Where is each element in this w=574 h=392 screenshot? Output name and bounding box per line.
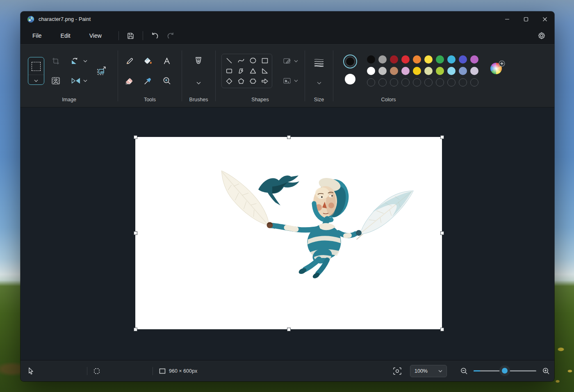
- drawing-canvas[interactable]: [135, 137, 442, 329]
- palette-color-swatch[interactable]: [367, 55, 375, 64]
- shape-arrow-right-icon[interactable]: [259, 76, 271, 87]
- close-button[interactable]: [535, 11, 554, 27]
- palette-color-swatch[interactable]: [459, 55, 467, 64]
- zoom-level-dropdown[interactable]: 100%: [410, 365, 447, 377]
- canvas-handle-top-right[interactable]: [440, 135, 444, 139]
- shape-outline-icon[interactable]: [280, 54, 294, 68]
- shape-outline-chevron[interactable]: [293, 54, 299, 68]
- color-picker-icon[interactable]: [141, 74, 155, 88]
- palette-color-swatch[interactable]: [424, 55, 433, 64]
- palette-empty-slot[interactable]: [401, 78, 410, 87]
- palette-empty-slot[interactable]: [436, 78, 444, 87]
- palette-color-swatch[interactable]: [470, 67, 478, 75]
- shape-right-triangle-icon[interactable]: [259, 66, 271, 76]
- undo-icon[interactable]: [147, 30, 163, 42]
- palette-color-swatch[interactable]: [367, 67, 375, 75]
- resize-image-icon[interactable]: [94, 64, 108, 78]
- zoom-in-button[interactable]: [542, 360, 550, 381]
- minimize-button[interactable]: [498, 11, 517, 27]
- menubar-divider: [143, 31, 143, 40]
- canvas-handle-bottom-middle[interactable]: [287, 328, 291, 331]
- menu-bar: File Edit View: [20, 27, 554, 44]
- palette-color-swatch[interactable]: [436, 67, 444, 75]
- palette-color-swatch[interactable]: [470, 55, 478, 64]
- palette-color-swatch[interactable]: [401, 55, 410, 64]
- shape-line-icon[interactable]: [223, 55, 235, 66]
- shape-rectangle-icon[interactable]: [259, 55, 271, 66]
- shape-diamond-icon[interactable]: [223, 76, 235, 87]
- palette-color-swatch[interactable]: [401, 67, 410, 75]
- shape-rounded-rectangle-icon[interactable]: [223, 66, 235, 76]
- palette-empty-slot[interactable]: [390, 78, 398, 87]
- shape-triangle-icon[interactable]: [247, 66, 259, 76]
- ribbon-group-brushes: Brushes: [182, 45, 215, 107]
- palette-empty-slot[interactable]: [470, 78, 478, 87]
- text-tool-icon[interactable]: [160, 54, 174, 68]
- fit-to-screen-button[interactable]: [393, 360, 402, 381]
- canvas-handle-middle-right[interactable]: [440, 231, 444, 235]
- canvas-handle-bottom-right[interactable]: [440, 328, 444, 331]
- remove-background-icon[interactable]: [49, 74, 63, 88]
- palette-empty-slot[interactable]: [424, 78, 433, 87]
- shape-curve-icon[interactable]: [235, 55, 247, 66]
- palette-color-swatch[interactable]: [447, 55, 456, 64]
- menu-edit[interactable]: Edit: [55, 30, 77, 41]
- shape-oval-icon[interactable]: [247, 55, 259, 66]
- flip-dropdown-chevron[interactable]: [82, 74, 89, 88]
- save-icon[interactable]: [123, 30, 139, 42]
- shape-polygon-icon[interactable]: [235, 66, 247, 76]
- rotate-dropdown-chevron[interactable]: [82, 54, 89, 68]
- ribbon-group-colors: Colors: [333, 45, 554, 107]
- palette-color-swatch[interactable]: [378, 55, 387, 64]
- palette-empty-slot[interactable]: [447, 78, 456, 87]
- color2-swatch[interactable]: [345, 74, 355, 84]
- maximize-button[interactable]: [517, 11, 535, 27]
- palette-color-swatch[interactable]: [413, 67, 421, 75]
- canvas-handle-top-middle[interactable]: [287, 135, 291, 139]
- canvas-handle-middle-left[interactable]: [134, 231, 137, 235]
- shape-pentagon-icon[interactable]: [235, 76, 247, 87]
- palette-color-swatch[interactable]: [424, 67, 433, 75]
- palette-color-swatch[interactable]: [459, 67, 467, 75]
- crop-icon[interactable]: [49, 54, 63, 68]
- fill-bucket-icon[interactable]: [141, 54, 155, 68]
- size-dropdown-chevron[interactable]: [316, 76, 322, 90]
- zoom-slider-thumb[interactable]: [499, 365, 510, 376]
- shape-fill-icon[interactable]: [280, 74, 294, 88]
- group-label-size: Size: [305, 97, 333, 103]
- brush-icon[interactable]: [191, 55, 205, 69]
- shape-hexagon-icon[interactable]: [247, 76, 259, 87]
- menu-file[interactable]: File: [26, 30, 48, 41]
- palette-color-swatch[interactable]: [390, 67, 398, 75]
- line-size-icon[interactable]: [312, 55, 326, 69]
- palette-row-2: [367, 67, 478, 75]
- rotate-icon[interactable]: [68, 54, 82, 68]
- selection-dropdown[interactable]: [28, 75, 44, 84]
- canvas-handle-top-left[interactable]: [134, 135, 137, 139]
- canvas-handle-bottom-left[interactable]: [134, 328, 137, 331]
- settings-gear-icon[interactable]: [534, 30, 549, 42]
- zoom-level-value: 100%: [415, 368, 438, 374]
- magnifier-tool-icon[interactable]: [160, 74, 174, 88]
- eraser-icon[interactable]: [122, 74, 136, 88]
- pencil-icon[interactable]: [122, 54, 136, 68]
- color1-swatch[interactable]: [343, 55, 357, 68]
- rectangle-select-button[interactable]: [28, 57, 44, 85]
- palette-color-swatch[interactable]: [436, 55, 444, 64]
- shape-fill-chevron[interactable]: [293, 74, 299, 88]
- palette-empty-slot[interactable]: [367, 78, 375, 87]
- redo-icon[interactable]: [163, 30, 178, 42]
- menu-view[interactable]: View: [83, 30, 108, 41]
- palette-color-swatch[interactable]: [447, 67, 456, 75]
- palette-empty-slot[interactable]: [413, 78, 421, 87]
- palette-empty-slot[interactable]: [459, 78, 467, 87]
- palette-color-swatch[interactable]: [390, 55, 398, 64]
- flip-icon[interactable]: [69, 74, 83, 88]
- edit-colors-wheel-icon[interactable]: [489, 60, 506, 78]
- palette-color-swatch[interactable]: [413, 55, 421, 64]
- brushes-dropdown-chevron[interactable]: [195, 76, 202, 90]
- group-label-shapes: Shapes: [216, 97, 305, 103]
- zoom-out-button[interactable]: [460, 360, 468, 381]
- palette-empty-slot[interactable]: [378, 78, 387, 87]
- palette-color-swatch[interactable]: [378, 67, 387, 75]
